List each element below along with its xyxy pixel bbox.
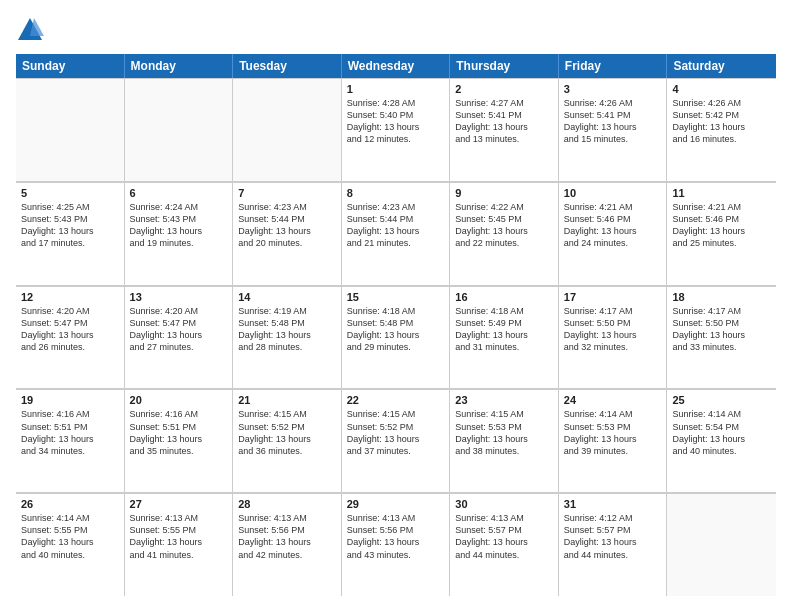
calendar-cell: 12Sunrise: 4:20 AM Sunset: 5:47 PM Dayli… xyxy=(16,286,125,389)
day-info: Sunrise: 4:18 AM Sunset: 5:48 PM Dayligh… xyxy=(347,305,445,354)
day-info: Sunrise: 4:21 AM Sunset: 5:46 PM Dayligh… xyxy=(564,201,662,250)
day-number: 25 xyxy=(672,394,771,406)
day-number: 4 xyxy=(672,83,771,95)
day-number: 20 xyxy=(130,394,228,406)
calendar-row-4: 26Sunrise: 4:14 AM Sunset: 5:55 PM Dayli… xyxy=(16,493,776,596)
calendar-cell: 25Sunrise: 4:14 AM Sunset: 5:54 PM Dayli… xyxy=(667,389,776,492)
calendar-row-0: 1Sunrise: 4:28 AM Sunset: 5:40 PM Daylig… xyxy=(16,78,776,182)
calendar-cell: 5Sunrise: 4:25 AM Sunset: 5:43 PM Daylig… xyxy=(16,182,125,285)
calendar-cell: 23Sunrise: 4:15 AM Sunset: 5:53 PM Dayli… xyxy=(450,389,559,492)
day-number: 28 xyxy=(238,498,336,510)
day-number: 14 xyxy=(238,291,336,303)
calendar-cell: 17Sunrise: 4:17 AM Sunset: 5:50 PM Dayli… xyxy=(559,286,668,389)
day-info: Sunrise: 4:16 AM Sunset: 5:51 PM Dayligh… xyxy=(21,408,119,457)
calendar-cell: 29Sunrise: 4:13 AM Sunset: 5:56 PM Dayli… xyxy=(342,493,451,596)
day-number: 15 xyxy=(347,291,445,303)
header-day-wednesday: Wednesday xyxy=(342,54,451,78)
calendar-cell xyxy=(125,78,234,181)
day-number: 18 xyxy=(672,291,771,303)
header xyxy=(16,16,776,44)
day-number: 11 xyxy=(672,187,771,199)
calendar-cell: 28Sunrise: 4:13 AM Sunset: 5:56 PM Dayli… xyxy=(233,493,342,596)
calendar-cell xyxy=(667,493,776,596)
calendar-row-2: 12Sunrise: 4:20 AM Sunset: 5:47 PM Dayli… xyxy=(16,286,776,390)
day-number: 3 xyxy=(564,83,662,95)
calendar-cell: 7Sunrise: 4:23 AM Sunset: 5:44 PM Daylig… xyxy=(233,182,342,285)
calendar-cell: 4Sunrise: 4:26 AM Sunset: 5:42 PM Daylig… xyxy=(667,78,776,181)
calendar-cell: 9Sunrise: 4:22 AM Sunset: 5:45 PM Daylig… xyxy=(450,182,559,285)
day-info: Sunrise: 4:15 AM Sunset: 5:52 PM Dayligh… xyxy=(238,408,336,457)
day-number: 21 xyxy=(238,394,336,406)
calendar-cell: 30Sunrise: 4:13 AM Sunset: 5:57 PM Dayli… xyxy=(450,493,559,596)
calendar-cell: 18Sunrise: 4:17 AM Sunset: 5:50 PM Dayli… xyxy=(667,286,776,389)
day-number: 10 xyxy=(564,187,662,199)
day-info: Sunrise: 4:24 AM Sunset: 5:43 PM Dayligh… xyxy=(130,201,228,250)
day-info: Sunrise: 4:21 AM Sunset: 5:46 PM Dayligh… xyxy=(672,201,771,250)
day-info: Sunrise: 4:23 AM Sunset: 5:44 PM Dayligh… xyxy=(238,201,336,250)
day-info: Sunrise: 4:16 AM Sunset: 5:51 PM Dayligh… xyxy=(130,408,228,457)
day-info: Sunrise: 4:20 AM Sunset: 5:47 PM Dayligh… xyxy=(130,305,228,354)
day-info: Sunrise: 4:22 AM Sunset: 5:45 PM Dayligh… xyxy=(455,201,553,250)
day-number: 1 xyxy=(347,83,445,95)
logo xyxy=(16,16,48,44)
calendar-cell: 11Sunrise: 4:21 AM Sunset: 5:46 PM Dayli… xyxy=(667,182,776,285)
day-info: Sunrise: 4:12 AM Sunset: 5:57 PM Dayligh… xyxy=(564,512,662,561)
day-info: Sunrise: 4:23 AM Sunset: 5:44 PM Dayligh… xyxy=(347,201,445,250)
day-number: 5 xyxy=(21,187,119,199)
page: SundayMondayTuesdayWednesdayThursdayFrid… xyxy=(0,0,792,612)
day-info: Sunrise: 4:17 AM Sunset: 5:50 PM Dayligh… xyxy=(564,305,662,354)
header-day-thursday: Thursday xyxy=(450,54,559,78)
calendar-row-1: 5Sunrise: 4:25 AM Sunset: 5:43 PM Daylig… xyxy=(16,182,776,286)
day-number: 19 xyxy=(21,394,119,406)
day-info: Sunrise: 4:14 AM Sunset: 5:54 PM Dayligh… xyxy=(672,408,771,457)
day-info: Sunrise: 4:15 AM Sunset: 5:53 PM Dayligh… xyxy=(455,408,553,457)
header-day-friday: Friday xyxy=(559,54,668,78)
calendar-cell: 6Sunrise: 4:24 AM Sunset: 5:43 PM Daylig… xyxy=(125,182,234,285)
calendar-cell: 13Sunrise: 4:20 AM Sunset: 5:47 PM Dayli… xyxy=(125,286,234,389)
day-info: Sunrise: 4:26 AM Sunset: 5:42 PM Dayligh… xyxy=(672,97,771,146)
day-number: 8 xyxy=(347,187,445,199)
calendar-cell xyxy=(16,78,125,181)
day-info: Sunrise: 4:13 AM Sunset: 5:56 PM Dayligh… xyxy=(238,512,336,561)
calendar-row-3: 19Sunrise: 4:16 AM Sunset: 5:51 PM Dayli… xyxy=(16,389,776,493)
day-number: 31 xyxy=(564,498,662,510)
day-info: Sunrise: 4:15 AM Sunset: 5:52 PM Dayligh… xyxy=(347,408,445,457)
calendar: SundayMondayTuesdayWednesdayThursdayFrid… xyxy=(16,54,776,596)
day-info: Sunrise: 4:25 AM Sunset: 5:43 PM Dayligh… xyxy=(21,201,119,250)
day-number: 22 xyxy=(347,394,445,406)
calendar-header: SundayMondayTuesdayWednesdayThursdayFrid… xyxy=(16,54,776,78)
calendar-cell: 16Sunrise: 4:18 AM Sunset: 5:49 PM Dayli… xyxy=(450,286,559,389)
header-day-monday: Monday xyxy=(125,54,234,78)
day-info: Sunrise: 4:14 AM Sunset: 5:53 PM Dayligh… xyxy=(564,408,662,457)
calendar-cell: 14Sunrise: 4:19 AM Sunset: 5:48 PM Dayli… xyxy=(233,286,342,389)
day-number: 6 xyxy=(130,187,228,199)
day-number: 16 xyxy=(455,291,553,303)
day-info: Sunrise: 4:13 AM Sunset: 5:55 PM Dayligh… xyxy=(130,512,228,561)
logo-icon xyxy=(16,16,44,44)
calendar-cell: 31Sunrise: 4:12 AM Sunset: 5:57 PM Dayli… xyxy=(559,493,668,596)
day-info: Sunrise: 4:26 AM Sunset: 5:41 PM Dayligh… xyxy=(564,97,662,146)
day-info: Sunrise: 4:14 AM Sunset: 5:55 PM Dayligh… xyxy=(21,512,119,561)
day-info: Sunrise: 4:28 AM Sunset: 5:40 PM Dayligh… xyxy=(347,97,445,146)
day-number: 13 xyxy=(130,291,228,303)
day-number: 24 xyxy=(564,394,662,406)
calendar-cell: 21Sunrise: 4:15 AM Sunset: 5:52 PM Dayli… xyxy=(233,389,342,492)
day-info: Sunrise: 4:13 AM Sunset: 5:56 PM Dayligh… xyxy=(347,512,445,561)
day-number: 23 xyxy=(455,394,553,406)
calendar-cell: 20Sunrise: 4:16 AM Sunset: 5:51 PM Dayli… xyxy=(125,389,234,492)
calendar-cell xyxy=(233,78,342,181)
day-info: Sunrise: 4:27 AM Sunset: 5:41 PM Dayligh… xyxy=(455,97,553,146)
calendar-cell: 19Sunrise: 4:16 AM Sunset: 5:51 PM Dayli… xyxy=(16,389,125,492)
calendar-cell: 3Sunrise: 4:26 AM Sunset: 5:41 PM Daylig… xyxy=(559,78,668,181)
calendar-cell: 10Sunrise: 4:21 AM Sunset: 5:46 PM Dayli… xyxy=(559,182,668,285)
day-info: Sunrise: 4:19 AM Sunset: 5:48 PM Dayligh… xyxy=(238,305,336,354)
day-number: 27 xyxy=(130,498,228,510)
day-info: Sunrise: 4:20 AM Sunset: 5:47 PM Dayligh… xyxy=(21,305,119,354)
calendar-cell: 26Sunrise: 4:14 AM Sunset: 5:55 PM Dayli… xyxy=(16,493,125,596)
header-day-saturday: Saturday xyxy=(667,54,776,78)
calendar-cell: 22Sunrise: 4:15 AM Sunset: 5:52 PM Dayli… xyxy=(342,389,451,492)
day-number: 29 xyxy=(347,498,445,510)
calendar-body: 1Sunrise: 4:28 AM Sunset: 5:40 PM Daylig… xyxy=(16,78,776,596)
header-day-sunday: Sunday xyxy=(16,54,125,78)
calendar-cell: 2Sunrise: 4:27 AM Sunset: 5:41 PM Daylig… xyxy=(450,78,559,181)
